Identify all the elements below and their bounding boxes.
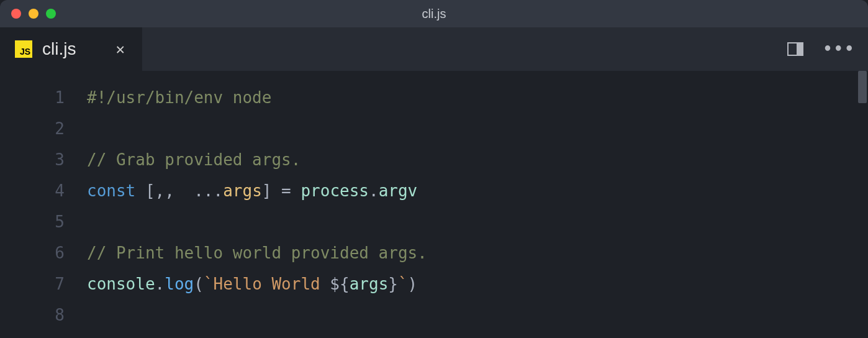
line-number: 3	[0, 144, 65, 175]
code-line-5[interactable]	[87, 206, 427, 237]
line-number-gutter: 1 2 3 4 5 6 7 8	[0, 71, 87, 338]
more-actions-icon[interactable]: •••	[823, 40, 856, 58]
keyword-const: const	[87, 181, 135, 200]
identifier-args: args	[223, 181, 262, 200]
paren-close: )	[408, 275, 418, 293]
string-literal: Hello World	[214, 275, 330, 293]
interp-open: ${	[330, 275, 349, 293]
dot: .	[369, 181, 379, 200]
code-content[interactable]: #!/usr/bin/env node // Grab provided arg…	[87, 71, 427, 338]
code-line-6[interactable]: // Print hello world provided args.	[87, 237, 427, 268]
comment: // Grab provided args.	[87, 150, 301, 169]
split-editor-icon[interactable]	[787, 42, 803, 56]
paren-open: (	[194, 275, 204, 293]
tab-bar: JS cli.js ✕ •••	[0, 27, 868, 71]
scrollbar-thumb[interactable]	[858, 71, 867, 103]
shebang: #!/usr/bin/env node	[87, 88, 271, 107]
punct: ]	[262, 181, 281, 200]
code-line-1[interactable]: #!/usr/bin/env node	[87, 82, 427, 113]
function-log: log	[165, 275, 194, 293]
line-number: 4	[0, 175, 65, 206]
tab-cli-js[interactable]: JS cli.js ✕	[0, 27, 142, 71]
identifier-argv: argv	[379, 181, 418, 200]
code-line-2[interactable]	[87, 113, 427, 144]
tab-label: cli.js	[42, 39, 76, 59]
line-number: 5	[0, 206, 65, 237]
titlebar: cli.js	[0, 0, 868, 27]
identifier-args: args	[350, 275, 389, 293]
identifier-process: process	[301, 181, 369, 200]
code-line-4[interactable]: const [,, ...args] = process.argv	[87, 175, 427, 206]
line-number: 1	[0, 82, 65, 113]
window-close-button[interactable]	[11, 9, 21, 19]
traffic-lights	[11, 9, 56, 19]
punct: [,, ...	[135, 181, 223, 200]
identifier-console: console	[87, 275, 155, 293]
dot: .	[155, 275, 165, 293]
tab-close-button[interactable]: ✕	[115, 40, 124, 58]
window-maximize-button[interactable]	[46, 9, 56, 19]
interp-close: }	[388, 275, 398, 293]
window-title: cli.js	[422, 7, 446, 21]
comment: // Print hello world provided args.	[87, 244, 427, 262]
backtick: `	[204, 275, 214, 293]
editor-actions: •••	[787, 40, 856, 58]
operator-eq: =	[281, 181, 291, 200]
space	[291, 181, 301, 200]
line-number: 7	[0, 268, 65, 299]
line-number: 6	[0, 237, 65, 268]
editor[interactable]: 1 2 3 4 5 6 7 8 #!/usr/bin/env node // G…	[0, 71, 868, 338]
line-number: 8	[0, 299, 65, 331]
code-line-7[interactable]: console.log(`Hello World ${args}`)	[87, 268, 427, 299]
code-line-8[interactable]	[87, 299, 427, 331]
code-line-3[interactable]: // Grab provided args.	[87, 144, 427, 175]
line-number: 2	[0, 113, 65, 144]
javascript-file-icon: JS	[15, 40, 32, 58]
scrollbar-track[interactable]	[857, 71, 868, 338]
window-minimize-button[interactable]	[29, 9, 38, 19]
backtick: `	[398, 275, 408, 293]
